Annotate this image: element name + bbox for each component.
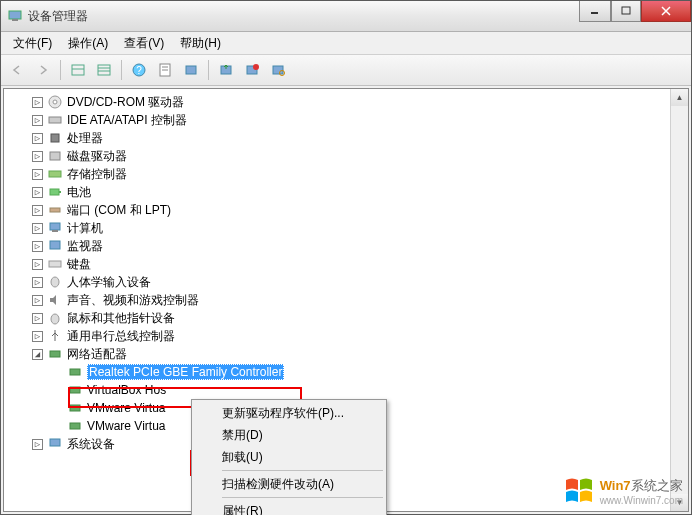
node-label: DVD/CD-ROM 驱动器: [67, 94, 184, 111]
ide-icon: [47, 112, 63, 128]
computer-icon: [47, 220, 63, 236]
tree-node[interactable]: ▷键盘: [4, 255, 688, 273]
node-label: 计算机: [67, 220, 103, 237]
tree-node[interactable]: ▷通用串行总线控制器: [4, 327, 688, 345]
system-icon: [47, 436, 63, 452]
titlebar[interactable]: 设备管理器: [1, 1, 691, 32]
svg-rect-38: [70, 405, 80, 411]
node-label: 电池: [67, 184, 91, 201]
tree-node-adapter[interactable]: Realtek PCIe GBE Family Controller: [4, 363, 688, 381]
menu-help[interactable]: 帮助(H): [172, 33, 229, 54]
svg-point-21: [53, 100, 57, 104]
svg-point-33: [51, 277, 59, 287]
node-label: 端口 (COM 和 LPT): [67, 202, 171, 219]
mouse-icon: [47, 310, 63, 326]
tree-node[interactable]: ▷鼠标和其他指针设备: [4, 309, 688, 327]
close-button[interactable]: [641, 1, 691, 22]
svg-rect-27: [59, 191, 61, 193]
svg-rect-31: [50, 241, 60, 249]
svg-point-34: [51, 314, 59, 324]
svg-rect-25: [49, 171, 61, 177]
device-manager-window: 设备管理器 文件(F) 操作(A) 查看(V) 帮助(H) ? ▷DVD/CD-…: [0, 0, 692, 515]
ctx-update-driver[interactable]: 更新驱动程序软件(P)...: [194, 402, 384, 424]
app-icon: [7, 8, 23, 24]
tree-node-network[interactable]: ◢网络适配器: [4, 345, 688, 363]
watermark: Win7系统之家 www.Winwin7.com: [562, 474, 683, 508]
tree-node[interactable]: ▷处理器: [4, 129, 688, 147]
svg-rect-36: [70, 369, 80, 375]
tree-node[interactable]: ▷存储控制器: [4, 165, 688, 183]
back-button[interactable]: [5, 58, 29, 82]
ctx-properties[interactable]: 属性(R): [194, 500, 384, 515]
node-label: 存储控制器: [67, 166, 127, 183]
scroll-up-button[interactable]: ▲: [671, 89, 688, 106]
tree-node[interactable]: ▷人体学输入设备: [4, 273, 688, 291]
battery-icon: [47, 184, 63, 200]
svg-rect-37: [70, 387, 80, 393]
svg-rect-30: [52, 230, 58, 232]
hid-icon: [47, 274, 63, 290]
node-label: 系统设备: [67, 436, 115, 453]
action-button[interactable]: [179, 58, 203, 82]
tree-node[interactable]: ▷IDE ATA/ATAPI 控制器: [4, 111, 688, 129]
menubar: 文件(F) 操作(A) 查看(V) 帮助(H): [1, 32, 691, 55]
keyboard-icon: [47, 256, 63, 272]
svg-rect-18: [273, 66, 283, 74]
svg-rect-40: [50, 439, 60, 446]
svg-rect-29: [50, 223, 60, 230]
tree-node[interactable]: ▷端口 (COM 和 LPT): [4, 201, 688, 219]
properties-button[interactable]: [153, 58, 177, 82]
view-detail-button[interactable]: [92, 58, 116, 82]
network-icon: [47, 346, 63, 362]
forward-button[interactable]: [31, 58, 55, 82]
node-label: 通用串行总线控制器: [67, 328, 175, 345]
tree-node[interactable]: ▷声音、视频和游戏控制器: [4, 291, 688, 309]
ctx-disable[interactable]: 禁用(D): [194, 424, 384, 446]
tree-node-adapter[interactable]: VirtualBox Hos: [4, 381, 688, 399]
view-list-button[interactable]: [66, 58, 90, 82]
node-label: 键盘: [67, 256, 91, 273]
monitor-icon: [47, 238, 63, 254]
node-label: 处理器: [67, 130, 103, 147]
svg-rect-32: [49, 261, 61, 267]
tree-node[interactable]: ▷磁盘驱动器: [4, 147, 688, 165]
tree-node[interactable]: ▷DVD/CD-ROM 驱动器: [4, 93, 688, 111]
node-label: 监视器: [67, 238, 103, 255]
sound-icon: [47, 292, 63, 308]
ctx-scan-hardware[interactable]: 扫描检测硬件改动(A): [194, 473, 384, 495]
svg-rect-6: [98, 65, 110, 75]
toolbar-separator: [208, 60, 209, 80]
svg-rect-3: [622, 7, 630, 14]
svg-rect-26: [50, 189, 59, 195]
toolbar: ?: [1, 55, 691, 86]
menu-action[interactable]: 操作(A): [60, 33, 116, 54]
node-label: 网络适配器: [67, 346, 127, 363]
update-driver-button[interactable]: [214, 58, 238, 82]
ctx-uninstall[interactable]: 卸载(U): [194, 446, 384, 468]
toolbar-separator: [121, 60, 122, 80]
node-label: VMware Virtua: [87, 419, 165, 433]
menu-file[interactable]: 文件(F): [5, 33, 60, 54]
scan-hardware-button[interactable]: [266, 58, 290, 82]
svg-rect-14: [186, 66, 196, 74]
minimize-button[interactable]: [579, 1, 611, 22]
adapter-icon: [67, 382, 83, 398]
menu-view[interactable]: 查看(V): [116, 33, 172, 54]
maximize-button[interactable]: [611, 1, 641, 22]
tree-node[interactable]: ▷计算机: [4, 219, 688, 237]
tree-node[interactable]: ▷电池: [4, 183, 688, 201]
windows-logo-icon: [562, 474, 596, 508]
node-label: 鼠标和其他指针设备: [67, 310, 175, 327]
uninstall-button[interactable]: [240, 58, 264, 82]
node-label: 人体学输入设备: [67, 274, 151, 291]
svg-rect-23: [51, 134, 59, 142]
help-button[interactable]: ?: [127, 58, 151, 82]
port-icon: [47, 202, 63, 218]
tree-node[interactable]: ▷监视器: [4, 237, 688, 255]
node-label: Realtek PCIe GBE Family Controller: [87, 364, 284, 380]
vertical-scrollbar[interactable]: ▲ ▼: [670, 89, 688, 511]
svg-rect-1: [12, 19, 18, 21]
svg-rect-35: [50, 351, 60, 357]
adapter-icon: [67, 418, 83, 434]
svg-rect-39: [70, 423, 80, 429]
